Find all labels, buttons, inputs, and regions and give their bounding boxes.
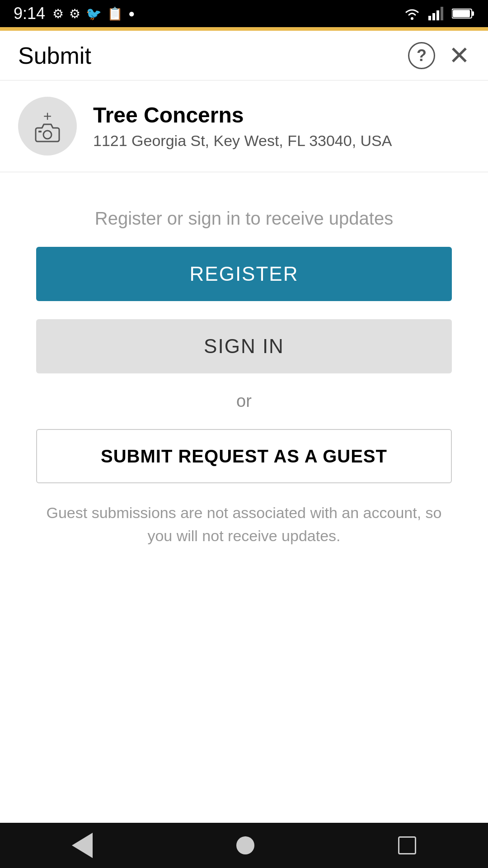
app-header: Submit ? ✕ xyxy=(0,31,488,80)
status-time: 9:14 xyxy=(14,4,45,23)
wifi-icon xyxy=(403,7,421,20)
svg-point-0 xyxy=(411,17,413,20)
close-button[interactable]: ✕ xyxy=(449,43,470,68)
signal-icon xyxy=(428,7,445,20)
camera-icon-wrap: + xyxy=(35,109,60,143)
notification-icon: 🐦 xyxy=(86,6,102,21)
guest-button-label: SUBMIT REQUEST AS A GUEST xyxy=(101,446,387,467)
status-left: 9:14 ⚙ ⚙ 🐦 📋 ● xyxy=(14,4,135,23)
back-button[interactable] xyxy=(72,833,93,858)
clipboard-icon: 📋 xyxy=(107,6,123,21)
category-name: Tree Concerns xyxy=(93,103,392,127)
header-actions: ? ✕ xyxy=(408,42,470,69)
status-bar: 9:14 ⚙ ⚙ 🐦 📋 ● xyxy=(0,0,488,27)
svg-rect-6 xyxy=(472,11,474,16)
home-icon xyxy=(236,836,254,854)
svg-point-8 xyxy=(43,131,52,139)
bottom-nav xyxy=(0,823,488,868)
gear-icon-2: ⚙ xyxy=(69,6,80,21)
svg-rect-4 xyxy=(441,7,443,20)
camera-icon xyxy=(35,122,60,143)
accent-bar xyxy=(0,27,488,31)
status-icons: ⚙ ⚙ 🐦 📋 ● xyxy=(52,6,135,21)
svg-rect-3 xyxy=(436,10,439,20)
gear-icon-1: ⚙ xyxy=(52,6,64,21)
help-icon: ? xyxy=(408,42,435,69)
signin-button[interactable]: SIGN IN xyxy=(36,319,452,373)
category-row: + Tree Concerns 1121 Georgia St, Key Wes… xyxy=(0,80,488,172)
recents-icon xyxy=(398,836,416,854)
svg-rect-9 xyxy=(38,131,42,132)
back-icon xyxy=(72,833,93,858)
add-photo-button[interactable]: + xyxy=(18,97,77,156)
close-icon: ✕ xyxy=(449,43,470,68)
page-title: Submit xyxy=(18,42,91,69)
dot-icon: ● xyxy=(128,7,135,20)
svg-rect-1 xyxy=(428,16,431,20)
status-right xyxy=(403,7,474,20)
category-address: 1121 Georgia St, Key West, FL 33040, USA xyxy=(93,132,392,150)
register-button-label: REGISTER xyxy=(190,263,299,285)
guest-note: Guest submissions are not associated wit… xyxy=(36,501,452,547)
guest-submit-button[interactable]: SUBMIT REQUEST AS A GUEST xyxy=(36,429,452,483)
signin-button-label: SIGN IN xyxy=(204,335,284,358)
main-content: Register or sign in to receive updates R… xyxy=(0,172,488,547)
help-button[interactable]: ? xyxy=(408,42,435,69)
or-divider: or xyxy=(236,392,252,411)
battery-icon xyxy=(452,8,474,19)
home-button[interactable] xyxy=(236,836,254,854)
svg-rect-7 xyxy=(453,10,470,17)
prompt-text: Register or sign in to receive updates xyxy=(95,208,393,229)
category-info: Tree Concerns 1121 Georgia St, Key West,… xyxy=(93,103,392,150)
recents-button[interactable] xyxy=(398,836,416,854)
register-button[interactable]: REGISTER xyxy=(36,247,452,301)
svg-rect-2 xyxy=(432,13,435,20)
